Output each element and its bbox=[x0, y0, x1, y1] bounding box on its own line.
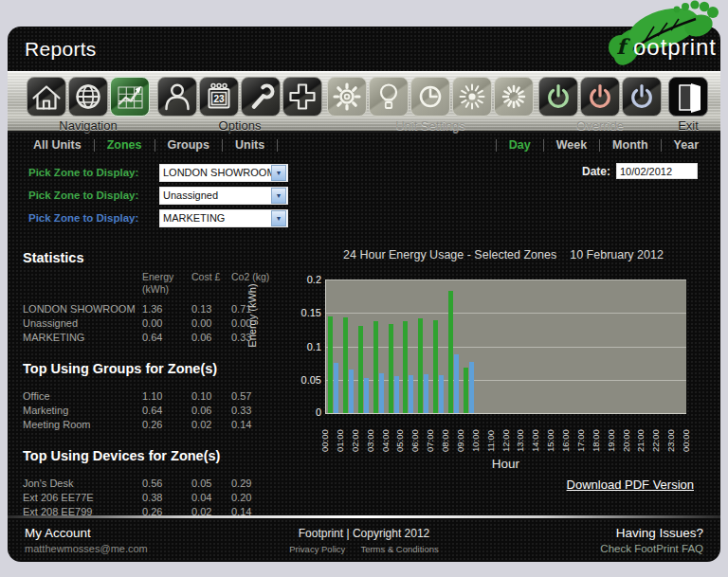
row-cost: 0.06 bbox=[191, 332, 229, 346]
row-name: Unassigned bbox=[23, 317, 140, 332]
tab-week[interactable]: Week bbox=[544, 138, 599, 152]
row-energy: 1.10 bbox=[142, 390, 190, 405]
zone-select-3-value: MARKETING bbox=[160, 212, 271, 224]
exit-button[interactable] bbox=[668, 77, 708, 117]
zone-picker-label: Pick Zone to Display: bbox=[28, 212, 159, 224]
sun-bright-icon bbox=[453, 78, 491, 116]
ytick: 0.1 bbox=[293, 341, 321, 352]
ytick: 0 bbox=[293, 406, 321, 418]
ytick: 0.15 bbox=[293, 307, 321, 318]
row-name: MARKETING bbox=[23, 332, 140, 346]
globe-button[interactable] bbox=[68, 77, 108, 117]
row-name: LONDON SHOWROOM bbox=[23, 303, 140, 317]
toolbar-group-label-options: Options bbox=[157, 118, 322, 133]
date-row: Date: bbox=[582, 163, 698, 179]
col-energy: Energy (kWh) bbox=[142, 271, 190, 295]
statistics-column-headers: Energy (kWh) Cost £ Co2 (kg) bbox=[23, 271, 275, 295]
top-devices-heading: Top Using Devices for Zone(s) bbox=[23, 448, 275, 463]
chevron-down-icon: ▼ bbox=[271, 210, 286, 226]
calendar-button[interactable]: 23 bbox=[199, 77, 239, 117]
row-energy: 0.56 bbox=[142, 478, 190, 492]
row-name: Ext 206 EE77E bbox=[23, 492, 140, 506]
toolbar-group-override: Override bbox=[538, 77, 662, 133]
tab-day[interactable]: Day bbox=[497, 138, 543, 152]
statistics-panel: Statistics Energy (kWh) Cost £ Co2 (kg) … bbox=[23, 250, 275, 520]
toolbar-group-label-exit: Exit bbox=[668, 118, 708, 133]
app-window: Reports bbox=[8, 27, 720, 562]
tab-zones[interactable]: Zones bbox=[95, 138, 155, 152]
footprint-wordmark-rest: ootprint bbox=[633, 34, 717, 61]
table-row: LONDON SHOWROOM 1.36 0.13 0.71 bbox=[23, 303, 275, 317]
row-cost: 0.06 bbox=[191, 405, 229, 419]
footprint-wordmark: footprint bbox=[609, 34, 717, 61]
row-co2: 0.33 bbox=[231, 405, 273, 419]
row-co2: 0.57 bbox=[231, 390, 273, 405]
user-button[interactable] bbox=[157, 77, 197, 117]
terms-conditions-link[interactable]: Terms & Conditions bbox=[360, 544, 438, 554]
row-cost: 0.10 bbox=[191, 390, 229, 405]
plus-icon bbox=[283, 78, 321, 116]
unit-timer-button[interactable] bbox=[410, 77, 450, 117]
privacy-policy-link[interactable]: Privacy Policy bbox=[289, 544, 345, 554]
check-faq-link[interactable]: Check FootPrint FAQ bbox=[600, 543, 703, 554]
add-button[interactable] bbox=[282, 77, 322, 117]
chart-title: 24 Hour Energy Usage - Selected Zones10 … bbox=[318, 248, 688, 261]
zone-picker-row: Pick Zone to Display: MARKETING ▼ bbox=[28, 207, 288, 229]
row-name: Marketing bbox=[23, 405, 140, 419]
having-issues-heading: Having Issues? bbox=[600, 526, 703, 540]
unit-dim-button[interactable] bbox=[494, 77, 534, 117]
row-cost: 0.13 bbox=[191, 303, 229, 317]
ytick: 0.2 bbox=[293, 274, 321, 285]
tab-all-units[interactable]: All Units bbox=[21, 138, 94, 152]
zone-select-3[interactable]: MARKETING ▼ bbox=[159, 209, 288, 227]
zone-select-2[interactable]: Unassigned ▼ bbox=[159, 187, 288, 205]
tab-month[interactable]: Month bbox=[600, 138, 660, 152]
settings-wrench-button[interactable] bbox=[241, 77, 281, 117]
download-pdf-link[interactable]: Download PDF Version bbox=[567, 478, 694, 492]
zone-picker-label: Pick Zone to Display: bbox=[28, 167, 159, 178]
override-auto-button[interactable] bbox=[622, 77, 662, 117]
date-label: Date: bbox=[582, 165, 610, 178]
tabs-left: All Units Zones Groups Units bbox=[21, 138, 278, 152]
row-name: Meeting Room bbox=[23, 419, 140, 433]
row-energy: 0.38 bbox=[142, 492, 190, 506]
table-row: Ext 206 EE77E 0.38 0.04 0.20 bbox=[23, 492, 275, 506]
table-row: Unassigned 0.00 0.00 0.00 bbox=[23, 317, 275, 332]
tab-bar: All Units Zones Groups Units Day Week Mo… bbox=[8, 133, 720, 157]
toolbar: Navigation 23 bbox=[8, 71, 720, 133]
chevron-down-icon: ▼ bbox=[271, 188, 286, 204]
chart-xlabel: Hour bbox=[325, 457, 686, 471]
reports-chart-button[interactable] bbox=[110, 77, 150, 117]
toolbar-group-label-override: Override bbox=[538, 118, 662, 133]
tab-units[interactable]: Units bbox=[223, 138, 277, 152]
zone-select-2-value: Unassigned bbox=[160, 189, 271, 201]
date-input[interactable] bbox=[616, 163, 698, 179]
override-off-button[interactable] bbox=[580, 77, 620, 117]
chevron-down-icon: ▼ bbox=[271, 165, 286, 181]
row-energy: 0.00 bbox=[142, 317, 190, 332]
table-row: Office 1.10 0.10 0.57 bbox=[23, 390, 275, 405]
zone-picker-label: Pick Zone to Display: bbox=[28, 189, 159, 201]
tab-groups[interactable]: Groups bbox=[155, 138, 222, 152]
unit-brightness-button[interactable] bbox=[452, 77, 492, 117]
chart-ylabel: Energy (kWh) bbox=[246, 248, 258, 383]
zone-picker-panel: Pick Zone to Display: LONDON SHOWROOM ▼ … bbox=[28, 161, 288, 229]
table-row: Meeting Room 0.26 0.02 0.14 bbox=[23, 419, 275, 433]
footer-separator bbox=[8, 515, 720, 518]
chart-title-text: 24 Hour Energy Usage - Selected Zones bbox=[343, 248, 556, 261]
unit-bulb-button[interactable] bbox=[369, 77, 409, 117]
col-cost: Cost £ bbox=[191, 271, 229, 295]
footprint-f-glyph: f bbox=[609, 35, 633, 60]
row-co2: 0.14 bbox=[231, 419, 273, 433]
wrench-icon bbox=[242, 78, 280, 116]
home-button[interactable] bbox=[27, 77, 66, 117]
power-green-icon bbox=[539, 78, 577, 116]
exit-door-icon bbox=[669, 78, 707, 116]
override-on-button[interactable] bbox=[538, 77, 578, 117]
zone-select-1[interactable]: LONDON SHOWROOM ▼ bbox=[159, 164, 288, 182]
calendar-icon: 23 bbox=[200, 78, 238, 116]
energy-usage-chart: 24 Hour Energy Usage - Selected Zones10 … bbox=[281, 248, 707, 476]
unit-gear-button[interactable] bbox=[327, 77, 367, 117]
tab-year[interactable]: Year bbox=[662, 138, 711, 152]
toolbar-group-label-unit-settings: Unit Settings bbox=[327, 118, 534, 133]
